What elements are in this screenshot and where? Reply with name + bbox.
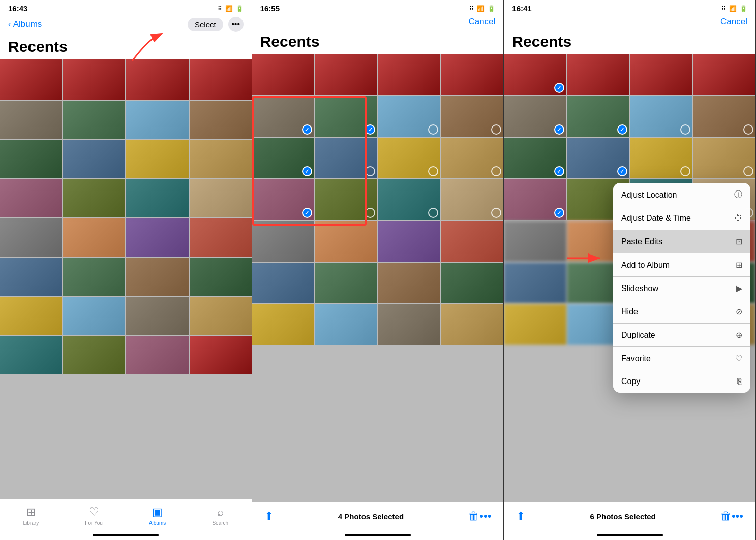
photo-cell[interactable] bbox=[315, 221, 377, 262]
photo-cell[interactable] bbox=[315, 54, 377, 95]
photo-cell[interactable]: ✓ bbox=[315, 96, 377, 137]
photo-cell[interactable]: ✓ bbox=[504, 138, 566, 178]
photo-cell[interactable] bbox=[378, 221, 440, 262]
delete-button-2[interactable]: 🗑 bbox=[468, 510, 479, 523]
cancel-button-3[interactable]: Cancel bbox=[720, 17, 747, 27]
photo-cell[interactable] bbox=[0, 140, 62, 178]
menu-item-paste-edits[interactable]: Paste Edits ⊡ bbox=[613, 230, 750, 253]
photo-cell[interactable] bbox=[190, 101, 252, 139]
photo-cell[interactable] bbox=[315, 263, 377, 303]
photo-cell[interactable] bbox=[441, 304, 503, 345]
photo-cell[interactable] bbox=[190, 179, 252, 217]
more-button-3[interactable]: ••• bbox=[732, 510, 743, 523]
photo-cell[interactable] bbox=[0, 258, 62, 296]
tab-library[interactable]: ⊞ Library bbox=[23, 505, 39, 526]
photo-cell[interactable] bbox=[0, 297, 62, 335]
photo-cell[interactable] bbox=[0, 179, 62, 217]
photo-cell[interactable] bbox=[63, 179, 125, 217]
photo-cell[interactable] bbox=[0, 101, 62, 139]
photo-cell[interactable]: ✓ bbox=[567, 96, 629, 137]
menu-item-add-album[interactable]: Add to Album ⊞ bbox=[613, 253, 750, 277]
photo-cell[interactable] bbox=[693, 96, 755, 137]
photo-cell[interactable] bbox=[190, 59, 252, 100]
photo-cell[interactable] bbox=[126, 101, 188, 139]
menu-item-hide[interactable]: Hide ⊘ bbox=[613, 300, 750, 324]
tab-search[interactable]: ⌕ Search bbox=[212, 505, 228, 526]
photo-cell[interactable] bbox=[63, 297, 125, 335]
photo-cell[interactable] bbox=[0, 336, 62, 374]
tab-albums[interactable]: ▣ Albums bbox=[149, 505, 166, 526]
photo-cell[interactable] bbox=[315, 304, 377, 345]
photo-cell[interactable] bbox=[378, 263, 440, 303]
photo-cell[interactable] bbox=[441, 138, 503, 178]
photo-cell[interactable] bbox=[252, 304, 314, 345]
photo-cell[interactable] bbox=[693, 54, 755, 95]
photo-cell[interactable]: ✓ bbox=[504, 96, 566, 137]
photo-cell[interactable]: ✓ bbox=[504, 54, 566, 95]
photo-cell[interactable] bbox=[126, 336, 188, 374]
photo-cell[interactable]: ✓ bbox=[252, 138, 314, 178]
photo-cell[interactable] bbox=[315, 179, 377, 220]
photo-cell[interactable] bbox=[126, 59, 188, 100]
photo-cell[interactable] bbox=[190, 218, 252, 257]
photo-cell[interactable] bbox=[504, 263, 566, 303]
photo-cell[interactable] bbox=[441, 263, 503, 303]
more-button-2[interactable]: ••• bbox=[479, 510, 491, 523]
photo-cell[interactable] bbox=[63, 258, 125, 296]
photo-cell[interactable] bbox=[693, 138, 755, 178]
more-button[interactable]: ••• bbox=[228, 17, 244, 32]
photo-cell[interactable]: ✓ bbox=[567, 138, 629, 178]
menu-item-adjust-location[interactable]: Adjust Location ⓘ bbox=[613, 183, 750, 207]
menu-item-slideshow[interactable]: Slideshow ▶ bbox=[613, 277, 750, 300]
menu-item-duplicate[interactable]: Duplicate ⊕ bbox=[613, 324, 750, 347]
photo-cell[interactable] bbox=[63, 140, 125, 178]
photo-cell[interactable] bbox=[378, 179, 440, 220]
photo-cell[interactable] bbox=[252, 54, 314, 95]
photo-cell[interactable] bbox=[190, 336, 252, 374]
photo-cell[interactable] bbox=[441, 96, 503, 137]
menu-item-adjust-datetime[interactable]: Adjust Date & Time ⏱ bbox=[613, 207, 750, 230]
photo-cell[interactable] bbox=[126, 297, 188, 335]
photo-cell[interactable] bbox=[126, 179, 188, 217]
photo-cell[interactable] bbox=[190, 297, 252, 335]
photo-cell[interactable] bbox=[0, 59, 62, 100]
photo-cell[interactable] bbox=[378, 304, 440, 345]
photo-cell[interactable] bbox=[630, 138, 692, 178]
photo-cell[interactable] bbox=[63, 336, 125, 374]
photo-cell[interactable] bbox=[126, 140, 188, 178]
photo-cell[interactable] bbox=[441, 54, 503, 95]
photo-cell[interactable] bbox=[441, 179, 503, 220]
photo-cell[interactable] bbox=[126, 258, 188, 296]
photo-cell[interactable] bbox=[567, 54, 629, 95]
photo-cell[interactable] bbox=[630, 96, 692, 137]
photo-cell[interactable] bbox=[504, 221, 566, 262]
photo-cell[interactable] bbox=[63, 101, 125, 139]
delete-button-3[interactable]: 🗑 bbox=[720, 510, 732, 523]
photo-cell[interactable] bbox=[378, 96, 440, 137]
photo-cell[interactable]: ✓ bbox=[252, 96, 314, 137]
photo-cell[interactable] bbox=[630, 54, 692, 95]
photo-cell[interactable] bbox=[190, 258, 252, 296]
photo-cell[interactable] bbox=[190, 140, 252, 178]
photo-cell[interactable]: ✓ bbox=[504, 179, 566, 220]
photo-cell[interactable] bbox=[252, 263, 314, 303]
photo-cell[interactable] bbox=[63, 218, 125, 257]
photo-cell[interactable] bbox=[0, 218, 62, 257]
photo-cell[interactable] bbox=[378, 54, 440, 95]
share-button-3[interactable]: ⬆ bbox=[516, 510, 525, 523]
select-button[interactable]: Select bbox=[188, 18, 223, 31]
menu-item-favorite[interactable]: Favorite ♡ bbox=[613, 347, 750, 370]
photo-cell[interactable] bbox=[63, 59, 125, 100]
photo-cell[interactable] bbox=[315, 138, 377, 178]
photo-cell[interactable] bbox=[252, 221, 314, 262]
photo-cell[interactable] bbox=[441, 221, 503, 262]
photo-cell[interactable] bbox=[378, 138, 440, 178]
photo-cell[interactable] bbox=[126, 218, 188, 257]
photo-cell[interactable]: ✓ bbox=[252, 179, 314, 220]
tab-for-you[interactable]: ♡ For You bbox=[85, 505, 102, 526]
photo-cell[interactable] bbox=[504, 304, 566, 345]
share-button-2[interactable]: ⬆ bbox=[264, 510, 274, 523]
menu-item-copy[interactable]: Copy ⎘ bbox=[613, 370, 750, 393]
back-button-1[interactable]: ‹ Albums bbox=[8, 19, 42, 29]
cancel-button-2[interactable]: Cancel bbox=[468, 17, 495, 27]
